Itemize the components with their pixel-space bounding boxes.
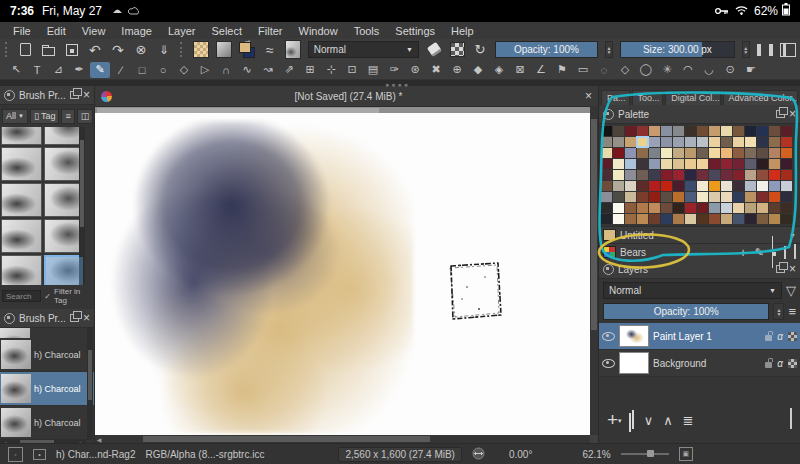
storage-button[interactable]: ◫ [77,109,94,124]
palette-swatch[interactable] [673,137,684,147]
palette-swatch[interactable] [637,137,648,147]
docker-lock-icon[interactable] [603,109,614,120]
palette-swatch[interactable] [673,181,684,191]
canvas-rotation[interactable]: 0.00° [509,449,532,460]
palette-swatch[interactable] [637,159,648,169]
move-layer-down-button[interactable]: ∨ [644,413,654,428]
layer-filter-icon[interactable]: ▽ [786,283,796,298]
palette-swatch[interactable] [661,159,672,169]
freehand-path-tool[interactable]: ∿ [237,62,257,78]
float-docker-icon[interactable] [776,265,785,273]
move-layer-up-button[interactable]: ∧ [663,413,673,428]
palette-swatch[interactable] [709,203,720,213]
palette-swatch[interactable] [637,148,648,158]
palette-swatch[interactable] [745,170,756,180]
size-slider[interactable]: Size: 300.00 px [620,41,734,58]
import-resources-button[interactable]: ⇓ [156,41,172,58]
enclose-fill-tool[interactable]: ◈ [489,62,509,78]
canvas-only-mode-icon[interactable]: ▣ [679,447,693,461]
palette-swatch[interactable] [649,159,660,169]
opacity-spinner[interactable]: ▲▼ [605,41,613,58]
palette-swatch[interactable] [769,214,780,224]
close-document-icon[interactable]: × [585,91,592,101]
palette-swatch[interactable] [769,203,780,213]
layer-lock-icon[interactable] [765,362,772,368]
palette-swatch[interactable] [745,159,756,169]
smart-patch-tool[interactable]: ⊕ [447,62,467,78]
palette-swatch[interactable] [613,137,624,147]
palette-swatch[interactable] [697,214,708,224]
palette-swatch[interactable] [757,181,768,191]
toolbar-drag-handle[interactable] [180,42,185,57]
filter-in-tag-checkbox[interactable]: ✓ [44,292,51,301]
palette-swatch[interactable] [769,126,780,136]
palette-swatch[interactable] [781,148,792,158]
palette-swatch[interactable] [637,203,648,213]
fill-tool[interactable]: ◆ [468,62,488,78]
layer-opacity-spinner[interactable]: ▲▼ [773,303,784,320]
palette-swatch[interactable] [625,181,636,191]
alpha-lock-icon[interactable]: α [777,358,783,369]
palette-swatch[interactable] [709,192,720,202]
menu-tools[interactable]: Tools [347,24,387,38]
open-document-button[interactable] [41,41,57,58]
menu-select[interactable]: Select [204,24,249,38]
palette-swatch[interactable] [733,170,744,180]
palette-swatch[interactable] [625,170,636,180]
pan-tool[interactable]: ☛ [741,62,761,78]
reload-preset-button[interactable]: ↻ [472,41,488,58]
palette-swatch[interactable] [733,148,744,158]
palette-swatch[interactable] [757,148,768,158]
dynamic-brush-tool[interactable]: ↝ [258,62,278,78]
palette-swatch[interactable] [613,170,624,180]
layer-row[interactable]: Paint Layer 1 α [599,323,800,350]
palette-swatch[interactable] [649,203,660,213]
palette-swatch[interactable] [745,203,756,213]
inherit-alpha-icon[interactable] [788,332,797,341]
foreground-background-colors[interactable]: ⇄ [239,42,255,58]
palette-swatch[interactable] [697,192,708,202]
palette-swatch[interactable] [721,148,732,158]
palette-swatch[interactable] [601,192,612,202]
palette-swatch[interactable] [721,170,732,180]
bezier-select-tool[interactable]: ◠ [678,62,698,78]
palette-swatch[interactable] [721,181,732,191]
close-docker-icon[interactable]: × [789,109,796,119]
palette-swatch[interactable] [781,181,792,191]
choose-workspace-button[interactable] [780,41,796,58]
delete-swatch-button[interactable] [794,247,796,258]
size-spinner[interactable]: ▲▼ [742,41,750,58]
palette-swatch[interactable] [697,148,708,158]
palette-swatch[interactable] [781,137,792,147]
palette-swatch[interactable] [661,203,672,213]
tag-filter-select[interactable]: All▼ [2,109,28,124]
docker-lock-icon[interactable] [4,90,15,101]
palette-swatch[interactable] [733,137,744,147]
palette-swatch[interactable] [697,203,708,213]
palette-swatch[interactable] [625,192,636,202]
brush-preset-thumb[interactable] [1,147,42,181]
palette-swatch[interactable] [733,203,744,213]
select-shapes-tool[interactable]: ↖ [6,62,26,78]
freehand-select-tool[interactable]: ◯ [636,62,656,78]
menu-image[interactable]: Image [114,24,159,38]
brush-preset-list-item[interactable]: h) Charcoal [0,338,94,372]
duplicate-layer-button[interactable] [632,411,634,429]
palette-swatch[interactable] [685,214,696,224]
brush-preset-thumb-partial[interactable] [0,328,30,338]
palette-swatch[interactable] [757,126,768,136]
palette-swatch[interactable] [769,181,780,191]
palette-swatch[interactable] [709,159,720,169]
assistants-tool[interactable]: ⊠ [510,62,530,78]
blend-mode-select[interactable]: Normal▼ [308,41,419,58]
edit-palette-button[interactable]: ✎ [755,246,764,259]
undo-button[interactable]: ↶ [87,41,103,58]
layer-visibility-eye-icon[interactable] [602,332,615,341]
gradient-swatch-button[interactable] [216,41,232,58]
palette-swatch[interactable] [625,214,636,224]
palette-swatch[interactable] [673,159,684,169]
preserve-alpha-button[interactable] [449,41,465,58]
palette-swatch[interactable] [757,214,768,224]
crop-tool[interactable]: ⊡ [342,62,362,78]
palette-swatch[interactable] [709,126,720,136]
